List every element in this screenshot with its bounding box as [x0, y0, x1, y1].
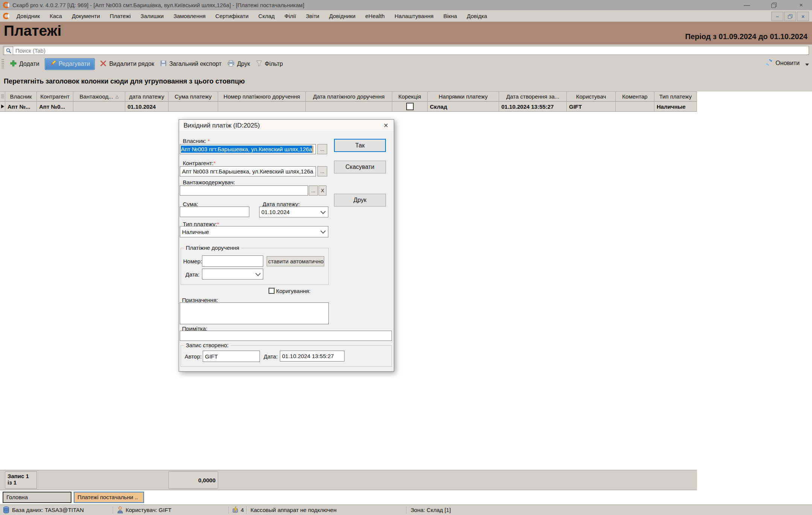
column-header[interactable]: Вантажоод...△ [73, 91, 125, 102]
column-header[interactable]: Тип платежу [654, 91, 697, 102]
tab-main[interactable]: Головна [3, 492, 71, 503]
refresh-button[interactable]: Оновити [765, 59, 809, 68]
menu-item-10[interactable]: Звіти [301, 10, 324, 22]
export-button[interactable]: Загальний експорт [157, 59, 225, 70]
author-input[interactable] [203, 351, 260, 362]
dialog-title: Вихідний платіж (ID:2025) [184, 122, 260, 129]
restore-icon[interactable] [765, 0, 783, 10]
menu-item-3[interactable]: Документи [67, 10, 105, 22]
cash-device-icon [232, 506, 238, 514]
grip-icon [1, 94, 4, 99]
mdi-restore-icon[interactable] [784, 12, 796, 21]
sum-total-box: 0,0000 [168, 471, 218, 489]
status-bar: База даних: TASA3@TITAN Користувач: GIFT… [0, 504, 812, 515]
group-panel[interactable]: Перетягніть заголовок колонки сюди для у… [0, 71, 812, 91]
order-number-input[interactable] [202, 255, 263, 267]
correction-checkbox[interactable] [269, 288, 275, 294]
owner-browse-button[interactable]: ... [317, 144, 327, 154]
contragent-browse-button[interactable]: ... [317, 166, 327, 176]
cash-device-count: 4 [241, 507, 244, 513]
menu-items: ДовідникКасаДокументиПлатежіЗалишкиЗамов… [12, 10, 492, 22]
menu-item-6[interactable]: Замовлення [168, 10, 210, 22]
minimize-icon[interactable]: — [738, 0, 756, 10]
note-input[interactable] [180, 331, 392, 341]
payment-dialog: Вихідний платіж (ID:2025) × Власник:* Ап… [179, 119, 394, 372]
mdi-close-icon[interactable]: × [797, 12, 809, 21]
owner-input[interactable]: Апт №003 пгт.Барышевка, ул.Киевский шлях… [180, 144, 316, 154]
contragent-input[interactable] [180, 166, 316, 176]
menu-item-8[interactable]: Склад [253, 10, 279, 22]
grid-cell: 01.10.2024 13:55:27 [499, 102, 567, 112]
consignee-clear-button[interactable]: X [319, 185, 326, 196]
menu-item-9[interactable]: Філії [279, 10, 301, 22]
search-input[interactable] [3, 46, 809, 55]
menu-item-2[interactable]: Каса [45, 10, 67, 22]
grid-cell [73, 102, 125, 112]
delete-icon [100, 60, 106, 68]
dialog-print-button[interactable]: Друк [334, 194, 386, 207]
export-icon [160, 60, 167, 68]
status-separator [406, 506, 407, 514]
print-button[interactable]: Друк [225, 59, 253, 70]
search-icon[interactable] [4, 47, 13, 55]
dialog-title-bar: Вихідний платіж (ID:2025) × [179, 120, 394, 131]
column-header[interactable]: Контрагент [37, 91, 73, 102]
menu-item-13[interactable]: Налаштування [390, 10, 439, 22]
grid-cell [392, 102, 428, 112]
column-header[interactable]: Сума платежу [168, 91, 218, 102]
column-header[interactable]: Користувач [567, 91, 616, 102]
zone-label: Зона: Склад [1] [411, 507, 451, 513]
order-date-combo[interactable] [202, 269, 263, 280]
refresh-dropdown-caret-icon[interactable] [805, 64, 809, 66]
print-icon [228, 60, 234, 68]
pay-type-combo[interactable]: Наличные [180, 226, 328, 237]
menu-item-1[interactable]: Довідник [12, 10, 45, 22]
column-header[interactable]: Напрямки платежу [428, 91, 499, 102]
menu-item-12[interactable]: eHealth [360, 10, 390, 22]
cancel-button[interactable]: Скасувати [334, 161, 386, 173]
add-button[interactable]: Додати [7, 59, 42, 70]
edit-button[interactable]: Редагувати [45, 58, 95, 70]
menu-item-4[interactable]: Платежі [105, 10, 136, 22]
close-icon[interactable]: × [792, 0, 810, 10]
purpose-textarea[interactable] [180, 302, 329, 324]
grid-cell [168, 102, 218, 112]
created-date-input[interactable] [280, 351, 345, 362]
tab-payments[interactable]: Платежі постачальни .. [74, 492, 144, 503]
sum-input[interactable] [180, 207, 249, 217]
created-group: Запис створено: Автор: Дата: [181, 345, 392, 367]
column-header[interactable]: Власник [5, 91, 37, 102]
status-separator [113, 506, 114, 514]
menu-item-14[interactable]: Вікна [439, 10, 462, 22]
menu-bar: ДовідникКасаДокументиПлатежіЗалишкиЗамов… [0, 10, 812, 22]
grid-row[interactable]: Апт №...Апт №0...01.10.2024Склад01.10.20… [0, 102, 697, 112]
column-header[interactable]: дата платежу [125, 91, 168, 102]
user-label: Користувач: GIFT [126, 507, 172, 513]
menu-item-7[interactable]: Сертифікати [211, 10, 253, 22]
column-header[interactable]: Корекція [392, 91, 428, 102]
column-header[interactable]: Дата створення за... [499, 91, 567, 102]
column-header[interactable]: Коментар [616, 91, 654, 102]
correction-cell-checkbox[interactable] [406, 103, 414, 110]
filter-icon [256, 60, 262, 68]
menu-item-11[interactable]: Довідники [324, 10, 360, 22]
column-header[interactable]: Номер платіжного доручення [218, 91, 306, 102]
toolbar-grip-icon[interactable] [2, 59, 4, 69]
column-header[interactable]: Дата платіжного доручення [306, 91, 392, 102]
ok-button[interactable]: Так [334, 139, 386, 152]
search-bar [0, 44, 812, 56]
mdi-minimize-icon[interactable]: – [771, 12, 783, 21]
grid-cell: Апт №... [5, 102, 37, 112]
delete-row-button[interactable]: Видалити рядок [97, 59, 157, 70]
required-mark: * [214, 160, 216, 166]
consignee-browse-button[interactable]: ... [309, 185, 318, 196]
refresh-icon [765, 59, 773, 68]
menu-item-15[interactable]: Довідка [462, 10, 492, 22]
dialog-close-icon[interactable]: × [380, 120, 392, 131]
consignee-input[interactable] [180, 185, 308, 196]
auto-number-button[interactable]: ставити автоматично [267, 256, 324, 266]
chevron-down-icon [320, 228, 326, 234]
pay-date-combo[interactable]: 01.10.2024 [259, 207, 328, 217]
filter-button[interactable]: Фільтр [253, 59, 286, 70]
menu-item-5[interactable]: Залишки [136, 10, 169, 22]
